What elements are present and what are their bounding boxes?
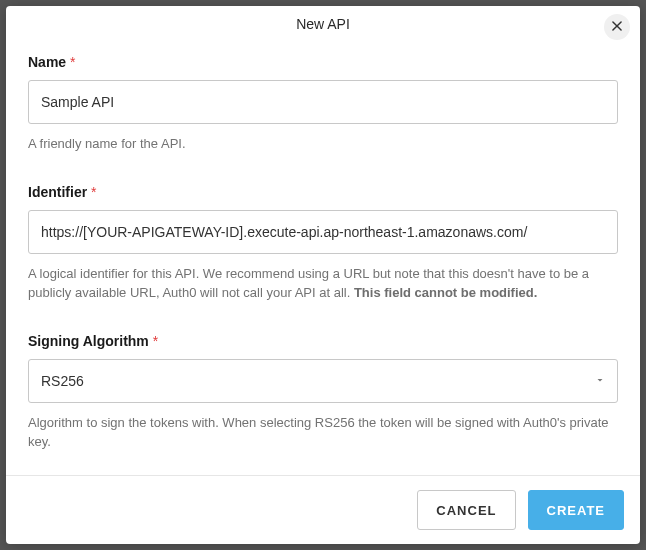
signing-algorithm-select[interactable]: RS256 xyxy=(28,359,618,403)
name-group: Name * A friendly name for the API. xyxy=(28,54,618,154)
modal-footer: CANCEL CREATE xyxy=(6,475,640,544)
close-icon xyxy=(610,19,624,36)
modal-title: New API xyxy=(22,16,624,32)
identifier-group: Identifier * A logical identifier for th… xyxy=(28,184,618,303)
required-marker: * xyxy=(70,54,75,70)
required-marker: * xyxy=(153,333,158,349)
cancel-button[interactable]: CANCEL xyxy=(417,490,515,530)
identifier-help-bold: This field cannot be modified. xyxy=(354,285,537,300)
modal-body: Name * A friendly name for the API. Iden… xyxy=(6,38,640,475)
required-marker: * xyxy=(91,184,96,200)
identifier-input[interactable] xyxy=(28,210,618,254)
new-api-modal: New API Name * A friendly name for the A… xyxy=(6,6,640,544)
signing-algorithm-select-wrap: RS256 xyxy=(28,359,618,403)
name-help-text: A friendly name for the API. xyxy=(28,134,618,154)
signing-algorithm-label-text: Signing Algorithm xyxy=(28,333,149,349)
identifier-label-text: Identifier xyxy=(28,184,87,200)
name-label: Name * xyxy=(28,54,618,70)
signing-algorithm-help-text: Algorithm to sign the tokens with. When … xyxy=(28,413,618,452)
signing-algorithm-group: Signing Algorithm * RS256 Algorithm to s… xyxy=(28,333,618,452)
identifier-help-text: A logical identifier for this API. We re… xyxy=(28,264,618,303)
signing-algorithm-label: Signing Algorithm * xyxy=(28,333,618,349)
name-label-text: Name xyxy=(28,54,66,70)
name-input[interactable] xyxy=(28,80,618,124)
modal-header: New API xyxy=(6,6,640,38)
close-button[interactable] xyxy=(604,14,630,40)
identifier-label: Identifier * xyxy=(28,184,618,200)
create-button[interactable]: CREATE xyxy=(528,490,624,530)
